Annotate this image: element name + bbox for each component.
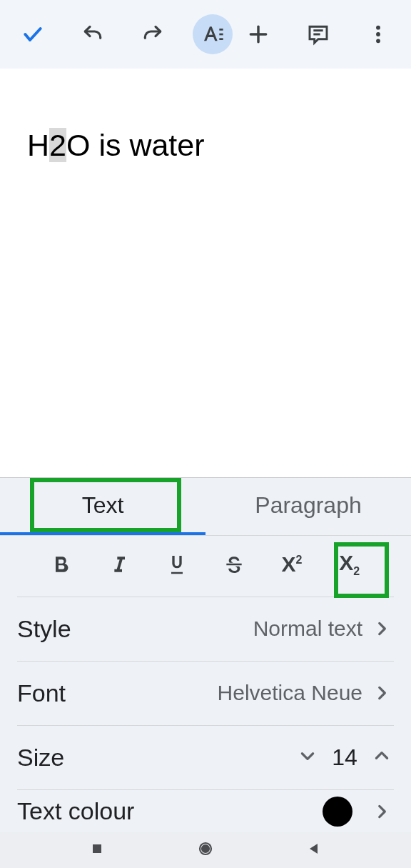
tabs-divider [0, 535, 411, 536]
insert-button[interactable] [238, 14, 278, 54]
more-vert-icon [367, 23, 390, 46]
chevron-down-icon [298, 747, 317, 765]
tab-paragraph[interactable]: Paragraph [206, 478, 411, 532]
text-selection: 2 [49, 128, 66, 162]
underline-icon [166, 553, 188, 576]
svg-point-8 [376, 32, 380, 36]
format-button[interactable] [193, 14, 233, 54]
redo-button[interactable] [133, 14, 173, 54]
bold-icon [50, 553, 73, 576]
italic-icon [108, 553, 131, 576]
triangle-back-icon [305, 840, 323, 857]
size-row: Size 14 [17, 726, 394, 790]
font-label: Font [17, 679, 66, 707]
strikethrough-icon [223, 553, 245, 576]
subscript-button[interactable]: X2 [320, 543, 378, 586]
comment-icon [307, 23, 330, 46]
text-colour-swatch [323, 797, 352, 827]
comment-button[interactable] [298, 14, 338, 54]
size-label: Size [17, 744, 64, 772]
redo-icon [141, 23, 164, 46]
tab-text[interactable]: Text [0, 478, 206, 532]
nav-back-button[interactable] [305, 840, 323, 860]
svg-rect-0 [219, 29, 223, 31]
done-button[interactable] [13, 14, 53, 54]
font-value: Helvetica Neue [218, 681, 362, 705]
size-decrease-button[interactable] [298, 746, 317, 770]
tab-paragraph-label: Paragraph [255, 492, 361, 519]
font-row[interactable]: Font Helvetica Neue [17, 662, 394, 726]
svg-rect-1 [219, 34, 223, 36]
size-controls: 14 [298, 744, 391, 771]
format-text-icon [201, 23, 224, 46]
undo-button[interactable] [73, 14, 113, 54]
bold-button[interactable] [33, 543, 91, 586]
style-value: Normal text [253, 617, 362, 641]
circle-icon [197, 840, 214, 857]
svg-point-9 [376, 39, 380, 43]
style-row[interactable]: Style Normal text [17, 597, 394, 662]
format-panel: Text Paragraph X2 X2 Style [0, 477, 411, 832]
text-colour-label: Text colour [17, 797, 134, 825]
document-area[interactable]: H2O is water [0, 69, 411, 477]
top-toolbar [0, 0, 411, 69]
superscript-button[interactable]: X2 [263, 543, 321, 586]
subscript-icon: X2 [339, 551, 360, 578]
plus-icon [247, 23, 270, 46]
format-buttons-row: X2 X2 [17, 532, 394, 597]
chevron-up-icon [372, 747, 391, 765]
superscript-icon: X2 [282, 552, 303, 577]
chevron-right-icon [372, 684, 391, 702]
chevron-right-icon [372, 802, 391, 821]
font-value-group: Helvetica Neue [218, 681, 391, 705]
svg-rect-10 [93, 844, 101, 853]
text-colour-value-group [323, 797, 391, 827]
document-text-line[interactable]: H2O is water [27, 127, 384, 164]
size-value[interactable]: 14 [327, 744, 362, 771]
toolbar-right [238, 14, 398, 54]
text-colour-row[interactable]: Text colour [17, 790, 394, 832]
size-increase-button[interactable] [372, 746, 391, 770]
tab-text-label: Text [82, 492, 124, 519]
svg-rect-2 [219, 38, 223, 40]
check-icon [21, 23, 44, 46]
system-nav-bar [0, 832, 411, 868]
italic-button[interactable] [91, 543, 148, 586]
toolbar-left [13, 14, 233, 54]
square-icon [88, 840, 106, 857]
strikethrough-button[interactable] [206, 543, 263, 586]
text-after-selection: O is water [66, 128, 205, 162]
nav-home-button[interactable] [197, 840, 214, 860]
style-label: Style [17, 615, 71, 643]
svg-point-12 [202, 845, 209, 852]
more-button[interactable] [358, 14, 398, 54]
text-before-selection: H [27, 128, 49, 162]
nav-recent-button[interactable] [88, 840, 106, 860]
undo-icon [81, 23, 104, 46]
underline-button[interactable] [148, 543, 206, 586]
format-tabs: Text Paragraph [0, 478, 411, 532]
chevron-right-icon [372, 619, 391, 638]
svg-point-7 [376, 26, 380, 30]
style-value-group: Normal text [253, 617, 391, 641]
